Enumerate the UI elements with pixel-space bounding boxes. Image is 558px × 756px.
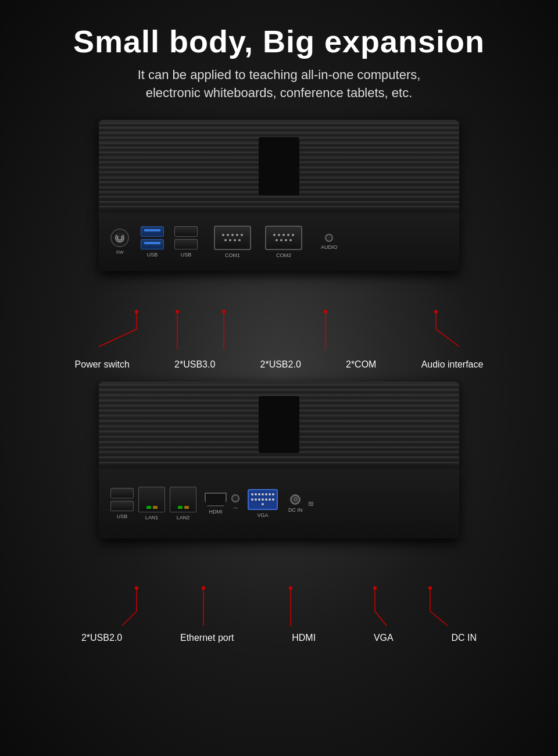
dc-in-port: DC IN xyxy=(288,494,303,513)
svg-point-2 xyxy=(135,310,138,313)
page-header: Small body, Big expansion It can be appl… xyxy=(38,23,520,102)
usb3-ports xyxy=(141,226,164,249)
svg-point-21 xyxy=(373,586,377,590)
subtitle: It can be applied to teaching all-in-one… xyxy=(73,66,485,102)
svg-point-6 xyxy=(222,310,226,313)
ethernet-text-label: Ethernet port xyxy=(180,633,234,643)
top-device-section: SW USB xyxy=(29,120,529,376)
hdmi-port: HDMI xyxy=(205,493,227,515)
usb3-label: USB xyxy=(147,252,158,258)
usb2-ports xyxy=(174,226,198,249)
com2-port: COM2 xyxy=(265,226,302,258)
com2-label: COM2 xyxy=(276,252,291,258)
svg-point-18 xyxy=(289,586,292,590)
svg-point-16 xyxy=(202,586,205,590)
audio-text-label: Audio interface xyxy=(421,359,484,370)
vga-port: VGA xyxy=(248,489,278,518)
top-labels-row: Power switch 2*USB3.0 2*USB2.0 2*COM Aud… xyxy=(29,359,529,370)
svg-point-8 xyxy=(324,310,327,313)
lan2-port: LAN2 xyxy=(170,487,196,520)
svg-point-11 xyxy=(434,310,438,313)
main-title: Small body, Big expansion xyxy=(73,23,485,59)
pc-bottom-body xyxy=(99,381,459,469)
dcin-text-label: DC IN xyxy=(452,633,477,643)
usb2b-ports: USB xyxy=(110,488,134,519)
svg-line-10 xyxy=(436,329,459,347)
power-switch-label: Power switch xyxy=(75,359,130,370)
com-text-label: 2*COM xyxy=(346,359,376,370)
pc-bottom-front: USB LAN1 xyxy=(99,469,459,539)
svg-line-20 xyxy=(375,611,387,626)
svg-point-14 xyxy=(135,586,138,590)
vga-text-label: VGA xyxy=(374,633,394,643)
usb2-text-label: 2*USB2.0 xyxy=(260,359,301,370)
wifi-audio-port: 〜 xyxy=(231,494,239,512)
pc-top-body xyxy=(99,120,459,213)
power-button xyxy=(110,229,129,247)
svg-line-1 xyxy=(99,329,137,347)
hdmi-text-label: HDMI xyxy=(292,633,316,643)
svg-point-24 xyxy=(428,586,432,590)
wifi-symbol-2: ≋ xyxy=(307,499,314,508)
lan1-port: LAN1 xyxy=(138,487,165,520)
com1-port: COM1 xyxy=(214,226,251,258)
com1-label: COM1 xyxy=(225,252,240,258)
bottom-device-section: USB LAN1 xyxy=(29,381,529,649)
audio-port: AUDIO xyxy=(321,234,338,250)
svg-line-13 xyxy=(122,611,137,626)
bottom-labels-row: 2*USB2.0 Ethernet port HDMI VGA DC IN xyxy=(29,633,529,643)
sw-label: SW xyxy=(116,249,124,255)
usb2b-text-label: 2*USB2.0 xyxy=(81,633,122,643)
svg-line-23 xyxy=(430,611,448,626)
pc-top-front: SW USB xyxy=(99,213,459,271)
diagrams-container: SW USB xyxy=(0,114,558,649)
audio-label: AUDIO xyxy=(321,244,338,250)
usb2-label: USB xyxy=(181,252,192,258)
usb3-text-label: 2*USB3.0 xyxy=(174,359,215,370)
svg-point-4 xyxy=(176,310,179,313)
